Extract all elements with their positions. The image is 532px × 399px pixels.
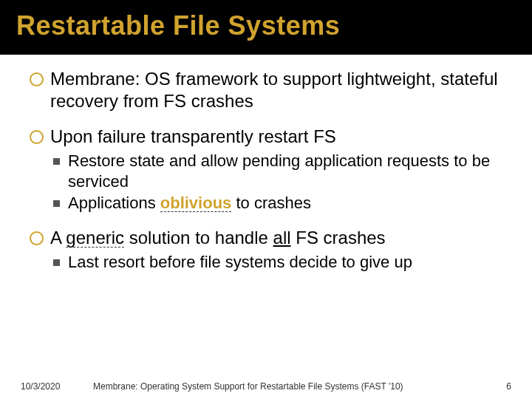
slide: Restartable File Systems Membrane: OS fr…: [0, 0, 532, 399]
sub-bullet-text: Restore state and allow pending applicat…: [68, 151, 490, 191]
page-number: 6: [489, 381, 511, 392]
bullet-text-pre: A: [50, 228, 66, 248]
bullet-text: Membrane: OS framework to support lightw…: [50, 69, 498, 111]
bullet-item: Membrane: OS framework to support lightw…: [30, 68, 502, 112]
bullet-list: Membrane: OS framework to support lightw…: [30, 68, 502, 272]
underlined-word: all: [273, 228, 291, 248]
bullet-item: A generic solution to handle all FS cras…: [30, 227, 502, 273]
bullet-text-mid: solution to handle: [124, 228, 273, 248]
slide-title: Restartable File Systems: [16, 10, 532, 41]
sub-bullet-text-pre: Applications: [68, 194, 160, 212]
bullet-text: Upon failure transparently restart FS: [50, 126, 336, 146]
footer: 10/3/2020 Membrane: Operating System Sup…: [0, 381, 532, 392]
title-bar: Restartable File Systems: [0, 0, 532, 55]
sub-list: Last resort before file systems decide t…: [50, 252, 502, 273]
accent-word: oblivious: [160, 194, 232, 212]
footer-date: 10/3/2020: [21, 381, 80, 392]
sub-bullet-item: Applications oblivious to crashes: [50, 193, 502, 214]
bullet-text-post: FS crashes: [291, 228, 386, 248]
footer-title: Membrane: Operating System Support for R…: [80, 381, 489, 392]
sub-bullet-text: Last resort before file systems decide t…: [68, 253, 412, 271]
sub-list: Restore state and allow pending applicat…: [50, 151, 502, 214]
bullet-item: Upon failure transparently restart FS Re…: [30, 126, 502, 214]
sub-bullet-text-post: to crashes: [231, 194, 311, 212]
slide-body: Membrane: OS framework to support lightw…: [0, 55, 532, 399]
underlined-word: generic: [66, 228, 124, 248]
sub-bullet-item: Restore state and allow pending applicat…: [50, 151, 502, 191]
sub-bullet-item: Last resort before file systems decide t…: [50, 252, 502, 273]
